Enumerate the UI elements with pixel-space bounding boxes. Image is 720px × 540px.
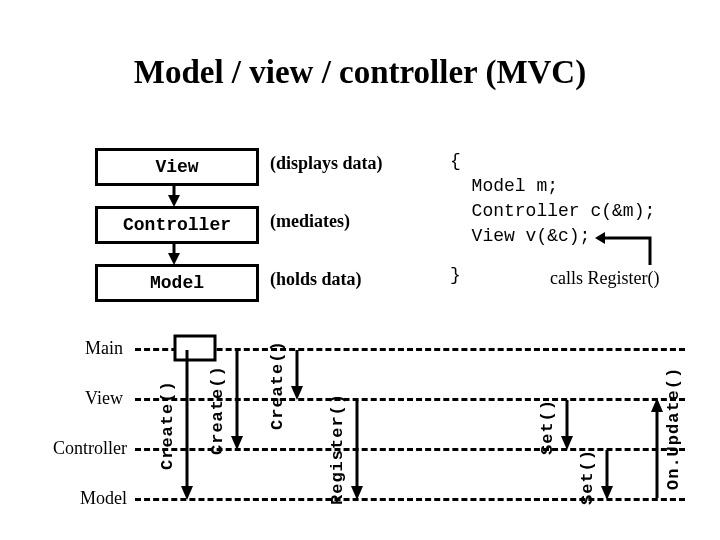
label-onupdate: On.Update(): [664, 370, 683, 490]
svg-marker-19: [651, 398, 663, 412]
svg-marker-3: [168, 253, 180, 265]
arrow-controller-to-model: [168, 241, 180, 265]
desc-model: (holds data): [270, 269, 362, 290]
code-line4: View v(&c);: [450, 225, 590, 248]
lane-view: View: [85, 388, 123, 409]
label-set1: Set(): [538, 385, 557, 455]
svg-marker-17: [601, 486, 613, 500]
code-line1: {: [450, 150, 461, 173]
svg-marker-13: [351, 486, 363, 500]
svg-marker-11: [291, 386, 303, 400]
msg-create-model: [180, 350, 194, 500]
msg-create-controller: [230, 350, 244, 450]
label-register: Register(): [328, 395, 347, 505]
page-title: Model / view / controller (MVC): [0, 54, 720, 91]
arrow-calls-register: [595, 230, 665, 270]
code-line3: Controller c(&m);: [450, 200, 655, 223]
svg-marker-7: [181, 486, 193, 500]
msg-create-view: [290, 350, 304, 400]
lane-controller: Controller: [53, 438, 127, 459]
label-create2: Create(): [208, 355, 227, 455]
box-model: Model: [95, 264, 259, 302]
label-set2: Set(): [578, 435, 597, 505]
arrow-view-to-controller: [168, 183, 180, 207]
box-controller: Controller: [95, 206, 259, 244]
lane-main: Main: [85, 338, 123, 359]
msg-set-cm: [600, 450, 614, 500]
code-line5: }: [450, 264, 461, 287]
code-line2: Model m;: [450, 175, 558, 198]
msg-onupdate: [650, 398, 664, 498]
box-view: View: [95, 148, 259, 186]
svg-marker-4: [595, 232, 605, 244]
label-create1: Create(): [158, 370, 177, 470]
desc-controller: (mediates): [270, 211, 350, 232]
svg-marker-15: [561, 436, 573, 450]
svg-marker-9: [231, 436, 243, 450]
desc-view: (displays data): [270, 153, 383, 174]
svg-marker-1: [168, 195, 180, 207]
msg-register: [350, 400, 364, 500]
hint-register: calls Register(): [550, 268, 659, 289]
label-create3: Create(): [268, 330, 287, 430]
lifeline-main: [135, 348, 685, 351]
msg-set-vc: [560, 400, 574, 450]
lane-model: Model: [80, 488, 127, 509]
